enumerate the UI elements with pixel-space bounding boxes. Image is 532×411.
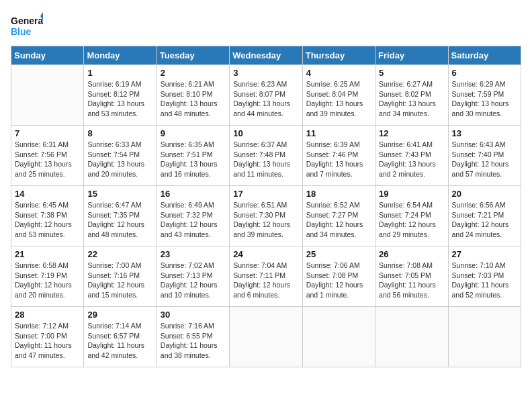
day-number: 9 [161, 128, 226, 138]
day-info: Sunrise: 6:37 AMSunset: 7:48 PMDaylight:… [233, 140, 298, 179]
day-info: Sunrise: 7:14 AMSunset: 6:57 PMDaylight:… [87, 321, 152, 361]
day-info: Sunrise: 7:08 AMSunset: 7:05 PMDaylight:… [379, 261, 444, 300]
calendar-cell [11, 65, 84, 126]
calendar-cell: 13Sunrise: 6:43 AMSunset: 7:40 PMDayligh… [448, 126, 521, 186]
day-info: Sunrise: 6:25 AMSunset: 8:04 PMDaylight:… [306, 79, 371, 119]
calendar-cell: 26Sunrise: 7:08 AMSunset: 7:05 PMDayligh… [375, 246, 448, 307]
day-info: Sunrise: 6:35 AMSunset: 7:51 PMDaylight:… [161, 140, 226, 179]
calendar-header-row: SundayMondayTuesdayWednesdayThursdayFrid… [11, 46, 521, 65]
col-header-friday: Friday [375, 46, 448, 65]
calendar-cell: 2Sunrise: 6:21 AMSunset: 8:10 PMDaylight… [157, 65, 229, 126]
svg-text:General: General [11, 15, 43, 26]
calendar-week-5: 28Sunrise: 7:12 AMSunset: 7:00 PMDayligh… [11, 307, 521, 367]
day-number: 22 [87, 249, 152, 259]
day-info: Sunrise: 6:41 AMSunset: 7:43 PMDaylight:… [379, 140, 444, 179]
calendar-cell: 20Sunrise: 6:56 AMSunset: 7:21 PMDayligh… [448, 186, 521, 246]
day-number: 11 [306, 128, 371, 138]
svg-text:Blue: Blue [11, 26, 32, 37]
col-header-tuesday: Tuesday [157, 46, 229, 65]
page-header: General Blue [11, 11, 521, 43]
day-info: Sunrise: 7:06 AMSunset: 7:08 PMDaylight:… [306, 261, 371, 300]
calendar-cell: 22Sunrise: 7:00 AMSunset: 7:16 PMDayligh… [84, 246, 157, 307]
day-number: 21 [15, 249, 80, 259]
calendar-cell [448, 307, 521, 367]
day-info: Sunrise: 6:39 AMSunset: 7:46 PMDaylight:… [306, 140, 371, 179]
day-number: 1 [87, 68, 152, 78]
day-number: 13 [452, 128, 517, 138]
day-info: Sunrise: 6:21 AMSunset: 8:10 PMDaylight:… [161, 79, 226, 119]
day-number: 23 [161, 249, 226, 259]
calendar-cell [302, 307, 375, 367]
calendar-cell: 9Sunrise: 6:35 AMSunset: 7:51 PMDaylight… [157, 126, 229, 186]
day-number: 2 [161, 68, 226, 78]
day-number: 18 [306, 189, 371, 199]
col-header-saturday: Saturday [448, 46, 521, 65]
calendar-cell: 3Sunrise: 6:23 AMSunset: 8:07 PMDaylight… [230, 65, 302, 126]
calendar-cell: 17Sunrise: 6:51 AMSunset: 7:30 PMDayligh… [230, 186, 302, 246]
day-info: Sunrise: 6:51 AMSunset: 7:30 PMDaylight:… [233, 200, 298, 240]
calendar-cell: 8Sunrise: 6:33 AMSunset: 7:54 PMDaylight… [84, 126, 157, 186]
day-info: Sunrise: 6:58 AMSunset: 7:19 PMDaylight:… [15, 261, 80, 300]
day-info: Sunrise: 7:16 AMSunset: 6:55 PMDaylight:… [161, 321, 226, 361]
calendar-table: SundayMondayTuesdayWednesdayThursdayFrid… [11, 46, 521, 367]
day-number: 24 [233, 249, 298, 259]
day-number: 27 [452, 249, 517, 259]
day-info: Sunrise: 6:27 AMSunset: 8:02 PMDaylight:… [379, 79, 444, 119]
calendar-cell: 21Sunrise: 6:58 AMSunset: 7:19 PMDayligh… [11, 246, 84, 307]
calendar-cell: 30Sunrise: 7:16 AMSunset: 6:55 PMDayligh… [157, 307, 229, 367]
calendar-week-4: 21Sunrise: 6:58 AMSunset: 7:19 PMDayligh… [11, 246, 521, 307]
day-info: Sunrise: 7:02 AMSunset: 7:13 PMDaylight:… [161, 261, 226, 300]
calendar-cell: 19Sunrise: 6:54 AMSunset: 7:24 PMDayligh… [375, 186, 448, 246]
calendar-week-3: 14Sunrise: 6:45 AMSunset: 7:38 PMDayligh… [11, 186, 521, 246]
calendar-cell: 6Sunrise: 6:29 AMSunset: 7:59 PMDaylight… [448, 65, 521, 126]
day-info: Sunrise: 6:19 AMSunset: 8:12 PMDaylight:… [87, 79, 152, 119]
day-number: 26 [379, 249, 444, 259]
calendar-cell: 27Sunrise: 7:10 AMSunset: 7:03 PMDayligh… [448, 246, 521, 307]
calendar-cell: 28Sunrise: 7:12 AMSunset: 7:00 PMDayligh… [11, 307, 84, 367]
col-header-wednesday: Wednesday [230, 46, 302, 65]
day-number: 17 [233, 189, 298, 199]
day-number: 20 [452, 189, 517, 199]
calendar-cell: 14Sunrise: 6:45 AMSunset: 7:38 PMDayligh… [11, 186, 84, 246]
logo-icon: General Blue [11, 11, 43, 43]
day-info: Sunrise: 6:23 AMSunset: 8:07 PMDaylight:… [233, 79, 298, 119]
day-info: Sunrise: 6:43 AMSunset: 7:40 PMDaylight:… [452, 140, 517, 179]
day-info: Sunrise: 6:31 AMSunset: 7:56 PMDaylight:… [15, 140, 80, 179]
day-info: Sunrise: 7:10 AMSunset: 7:03 PMDaylight:… [452, 261, 517, 300]
day-number: 30 [161, 310, 226, 320]
day-number: 19 [379, 189, 444, 199]
day-info: Sunrise: 6:49 AMSunset: 7:32 PMDaylight:… [161, 200, 226, 240]
day-info: Sunrise: 6:56 AMSunset: 7:21 PMDaylight:… [452, 200, 517, 240]
day-info: Sunrise: 6:33 AMSunset: 7:54 PMDaylight:… [87, 140, 152, 179]
day-info: Sunrise: 6:47 AMSunset: 7:35 PMDaylight:… [87, 200, 152, 240]
calendar-cell [375, 307, 448, 367]
day-info: Sunrise: 6:29 AMSunset: 7:59 PMDaylight:… [452, 79, 517, 119]
col-header-monday: Monday [84, 46, 157, 65]
calendar-cell: 11Sunrise: 6:39 AMSunset: 7:46 PMDayligh… [302, 126, 375, 186]
day-number: 29 [87, 310, 152, 320]
day-number: 16 [161, 189, 226, 199]
calendar-cell [230, 307, 302, 367]
calendar-cell: 1Sunrise: 6:19 AMSunset: 8:12 PMDaylight… [84, 65, 157, 126]
day-info: Sunrise: 7:00 AMSunset: 7:16 PMDaylight:… [87, 261, 152, 300]
calendar-cell: 24Sunrise: 7:04 AMSunset: 7:11 PMDayligh… [230, 246, 302, 307]
day-number: 25 [306, 249, 371, 259]
day-number: 10 [233, 128, 298, 138]
day-number: 6 [452, 68, 517, 78]
day-info: Sunrise: 7:12 AMSunset: 7:00 PMDaylight:… [15, 321, 80, 361]
day-number: 7 [15, 128, 80, 138]
day-number: 8 [87, 128, 152, 138]
day-number: 15 [87, 189, 152, 199]
col-header-thursday: Thursday [302, 46, 375, 65]
day-info: Sunrise: 6:45 AMSunset: 7:38 PMDaylight:… [15, 200, 80, 240]
calendar-cell: 23Sunrise: 7:02 AMSunset: 7:13 PMDayligh… [157, 246, 229, 307]
day-number: 5 [379, 68, 444, 78]
day-number: 3 [233, 68, 298, 78]
calendar-week-1: 1Sunrise: 6:19 AMSunset: 8:12 PMDaylight… [11, 65, 521, 126]
day-info: Sunrise: 6:52 AMSunset: 7:27 PMDaylight:… [306, 200, 371, 240]
col-header-sunday: Sunday [11, 46, 84, 65]
day-number: 28 [15, 310, 80, 320]
day-info: Sunrise: 7:04 AMSunset: 7:11 PMDaylight:… [233, 261, 298, 300]
calendar-cell: 10Sunrise: 6:37 AMSunset: 7:48 PMDayligh… [230, 126, 302, 186]
day-number: 12 [379, 128, 444, 138]
